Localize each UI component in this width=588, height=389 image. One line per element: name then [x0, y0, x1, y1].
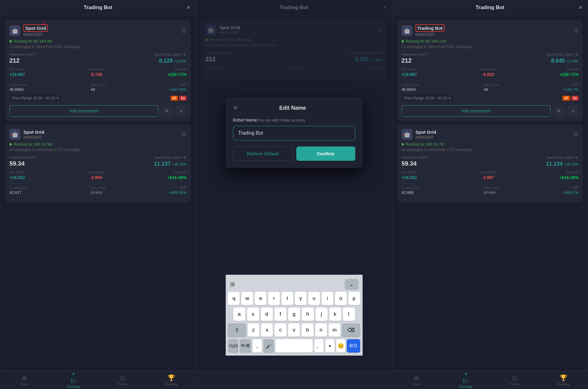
key-emoji[interactable]: 😊 [336, 339, 346, 353]
right-hapi-fpnl-value: -5.822 [479, 72, 497, 77]
left-hapi-badges: 47 53 [171, 96, 187, 101]
key-confirm[interactable]: 前往 [347, 339, 360, 353]
right-hapi-add-investment[interactable]: Add Investment [402, 105, 551, 117]
left-nav-profits[interactable]: ◎ Profits [98, 370, 147, 389]
right-axs-gp-value: +14.032 [402, 175, 417, 180]
modal-actions: Restore Default Confirm [233, 146, 355, 161]
edit-name-close[interactable]: ✕ [233, 105, 238, 111]
right-nav-ranking[interactable]: 🏆 Ranking [539, 370, 588, 389]
key-p[interactable]: p [348, 292, 360, 305]
key-f[interactable]: f [274, 308, 287, 321]
key-a[interactable]: a [233, 308, 245, 321]
key-s[interactable]: s [247, 308, 259, 321]
right-hapi-list-icon[interactable]: ≡ [553, 105, 565, 117]
key-l[interactable]: l [343, 308, 355, 321]
middle-hapi-gapr: Grid APR [370, 66, 383, 70]
right-axs-gp-label: Grid Profits [402, 171, 417, 174]
key-space[interactable] [275, 339, 313, 353]
left-hapi-list-icon[interactable]: ≡ [161, 105, 172, 117]
right-hapi-gp: Grid Profits +13.867 [402, 68, 417, 77]
key-r[interactable]: r [268, 292, 280, 305]
right-hapi-power[interactable]: ⏻ [574, 28, 579, 33]
right-axs-profit: Total Profits USDT 👁 11.134 +18.76% [546, 156, 579, 167]
right-axs-profit-value: 11.134 [546, 161, 563, 167]
key-i[interactable]: i [322, 292, 333, 305]
key-t[interactable]: t [281, 292, 293, 305]
key-dot[interactable]: ● [325, 339, 335, 353]
key-u[interactable]: u [308, 292, 320, 305]
right-axs-power[interactable]: ⏻ [574, 132, 579, 137]
right-hapi-range: Price Range 33.39 ~ 62.01 ✎ [402, 95, 454, 102]
left-hapi-fpnl-value: -5.738 [87, 72, 105, 77]
key-k[interactable]: k [329, 308, 341, 321]
right-profits-label: Profits [510, 382, 519, 386]
robot-name-input[interactable] [233, 126, 355, 140]
key-c[interactable]: c [274, 323, 286, 337]
left-hapi-add-investment[interactable]: Add Investment [9, 105, 158, 117]
right-axs-info: 🤖 Spot Grid AXS/USDT [402, 129, 436, 140]
right-axs-eye: 👁 [575, 156, 578, 160]
left-axs-apr-value: +489.46% [169, 190, 186, 195]
middle-hapi-inv-value: 212 [205, 56, 232, 63]
right-panel-close[interactable]: ✕ [578, 4, 583, 11]
keyboard-dismiss-icon[interactable]: ⌄ [345, 279, 358, 289]
key-mic[interactable]: 🎤 [263, 339, 274, 353]
key-backspace[interactable]: ⌫ [342, 323, 360, 337]
right-ranking-label: Ranking [557, 382, 569, 386]
middle-hapi-header: 🤖 Spot Grid HAPI/USDT ⏻ [205, 24, 382, 35]
key-shift[interactable]: ⇧ [228, 323, 246, 337]
right-hapi-gp-value: +13.867 [402, 72, 417, 77]
left-axs-fpnl-value: -2.894 [87, 175, 105, 180]
key-e[interactable]: e [255, 292, 266, 305]
key-123[interactable]: ?123 [228, 339, 238, 353]
confirm-button[interactable]: Confirm [296, 146, 355, 161]
right-axs-running: Running for 13D 1H 7M [406, 142, 444, 146]
key-x[interactable]: x [261, 323, 273, 337]
right-hapi-price-row: Current Price 46.8924 Entry Price 48 APR… [402, 83, 579, 92]
key-m[interactable]: m [329, 323, 340, 337]
middle-hapi-dot [205, 39, 208, 41]
key-v[interactable]: v [288, 323, 300, 337]
right-hapi-gapr: Grid APR +238.71% [559, 68, 579, 77]
left-axs-cp-label: Current Price [9, 186, 27, 190]
key-h[interactable]: h [302, 308, 314, 321]
key-d[interactable]: d [261, 308, 273, 321]
left-axs-running: Running for 13D 1H 5M [14, 142, 52, 146]
left-nav-bots[interactable]: ⊞ Bots [0, 370, 49, 389]
right-hapi-gapr-value: +238.71% [559, 72, 579, 77]
key-g[interactable]: g [288, 308, 300, 321]
key-q[interactable]: q [228, 292, 240, 305]
left-hapi-cp-value: 46.8966 [9, 87, 27, 92]
right-nav-profits[interactable]: ◎ Profits [490, 370, 539, 389]
key-n[interactable]: n [315, 323, 327, 337]
key-y[interactable]: y [295, 292, 307, 305]
left-panel-close[interactable]: ✕ [186, 4, 191, 11]
right-nav-bots[interactable]: ⊞ Bots [392, 370, 441, 389]
left-axs-gp: Grid Profits +14.032 [9, 171, 25, 180]
left-nav-ranking[interactable]: 🏆 Ranking [147, 370, 196, 389]
key-o[interactable]: o [335, 292, 347, 305]
key-comma[interactable]: ， [252, 339, 262, 353]
middle-hapi-grid-stats: Grid Profits Floating PNL Grid APR [205, 66, 382, 73]
left-nav-running[interactable]: 4 ▷ Running [49, 370, 98, 389]
middle-hapi-info: 🤖 Spot Grid HAPI/USDT [205, 24, 240, 35]
right-axs-gapr-label: Grid APR [559, 171, 579, 174]
left-hapi-share-icon[interactable]: ↗ [175, 105, 186, 117]
key-j[interactable]: j [315, 308, 328, 321]
left-axs-power[interactable]: ⏻ [182, 132, 186, 137]
left-hapi-profit-change: +3.83% [174, 59, 186, 64]
right-hapi-share-icon[interactable]: ↗ [567, 105, 579, 117]
left-hapi-gp-value: +13.867 [9, 72, 25, 77]
right-axs-ep-value: 27.621 [484, 190, 499, 195]
left-axs-fpnl-label: Floating PNL [87, 171, 105, 174]
right-ranking-icon: 🏆 [560, 374, 567, 381]
key-b[interactable]: b [301, 323, 313, 337]
right-hapi-cp-label: Current Price [402, 83, 419, 87]
key-period[interactable]: 。 [314, 339, 324, 353]
right-nav-running[interactable]: 4 ▷ Running [441, 370, 490, 389]
left-hapi-power[interactable]: ⏻ [182, 28, 186, 33]
key-chinese[interactable]: 中/英 [240, 339, 251, 353]
restore-default-button[interactable]: Restore Default [233, 146, 293, 161]
key-w[interactable]: w [241, 292, 253, 305]
key-z[interactable]: z [248, 323, 259, 337]
